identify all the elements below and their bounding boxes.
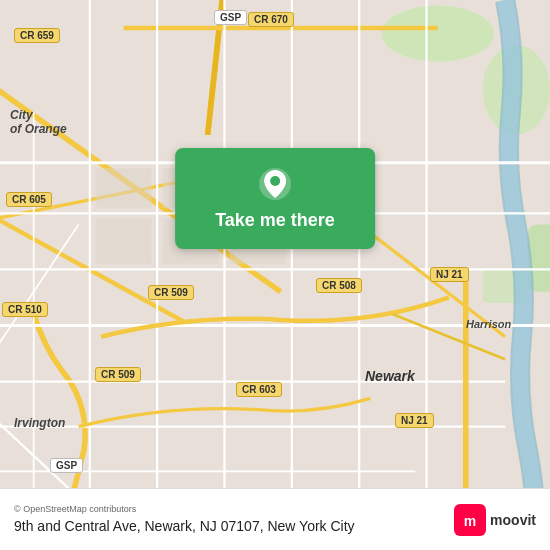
svg-point-1	[382, 6, 494, 62]
svg-rect-35	[95, 219, 151, 264]
take-me-there-container: Take me there	[175, 148, 375, 249]
moovit-text-label: moovit	[490, 512, 536, 528]
road-badge-cr509-2: CR 509	[95, 367, 141, 382]
svg-rect-31	[95, 168, 151, 207]
moovit-logo: m moovit	[454, 504, 536, 536]
road-badge-cr510: CR 510	[2, 302, 48, 317]
bottom-left-info: © OpenStreetMap contributors 9th and Cen…	[14, 504, 355, 535]
road-badge-nj21-1: NJ 21	[430, 267, 469, 282]
bottom-bar: © OpenStreetMap contributors 9th and Cen…	[0, 488, 550, 550]
road-badge-cr603: CR 603	[236, 382, 282, 397]
take-me-there-button[interactable]: Take me there	[175, 148, 375, 249]
svg-text:m: m	[464, 513, 476, 529]
city-label-newark: Newark	[365, 368, 415, 384]
road-badge-cr659: CR 659	[14, 28, 60, 43]
city-label-harrison: Harrison	[466, 318, 511, 330]
svg-point-39	[270, 176, 280, 186]
address-text: 9th and Central Ave, Newark, NJ 07107, N…	[14, 517, 355, 535]
moovit-icon: m	[454, 504, 486, 536]
road-badge-gsp-bottom: GSP	[50, 458, 83, 473]
road-badge-cr605: CR 605	[6, 192, 52, 207]
road-badge-cr670: CR 670	[248, 12, 294, 27]
road-badge-nj21-2: NJ 21	[395, 413, 434, 428]
city-label-irvington: Irvington	[14, 416, 65, 430]
city-label-orange: Cityof Orange	[10, 108, 67, 136]
map-container: CR 670 CR 659 GSP CR 605 CR 510 CR 509 C…	[0, 0, 550, 550]
location-pin-icon	[257, 166, 293, 202]
attribution-text: © OpenStreetMap contributors	[14, 504, 355, 514]
road-badge-cr508: CR 508	[316, 278, 362, 293]
road-badge-gsp-top: GSP	[214, 10, 247, 25]
road-badge-cr509-1: CR 509	[148, 285, 194, 300]
take-me-there-label: Take me there	[215, 210, 335, 231]
